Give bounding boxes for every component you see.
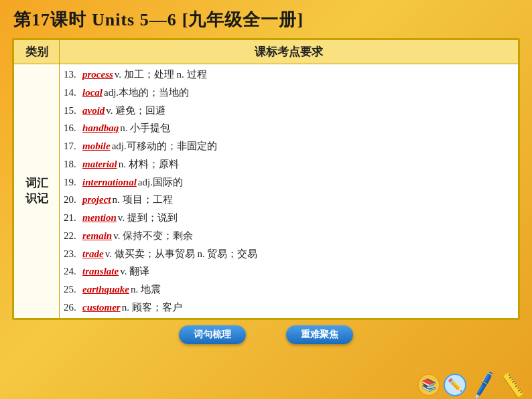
col1-header: 类别 bbox=[14, 40, 60, 64]
vocab-number: 26. bbox=[64, 299, 82, 316]
vocab-definition: v. 翻译 bbox=[120, 263, 149, 280]
deco-circle-2: ✏️ bbox=[444, 374, 466, 396]
vocab-word: mention bbox=[82, 210, 117, 226]
list-item: 16.handbagn. 小手提包 bbox=[64, 119, 514, 137]
list-item: 24.translatev. 翻译 bbox=[64, 262, 514, 281]
vocab-word: avoid bbox=[82, 102, 105, 119]
vocab-word: remain bbox=[82, 228, 112, 244]
vocab-word: project bbox=[82, 191, 111, 208]
vocab-definition: v. 做买卖；从事贸易 n. 贸易；交易 bbox=[105, 246, 258, 262]
list-item: 20.projectn. 项目；工程 bbox=[64, 191, 514, 209]
vocab-number: 19. bbox=[64, 174, 82, 191]
main-table-wrapper: 类别 课标考点要求 词汇识记13.processv. 加工；处理 n. 过程14… bbox=[12, 38, 520, 320]
vocab-word: earthquake bbox=[82, 281, 129, 298]
page-header: 第17课时 Units 5—6 [九年级全一册] bbox=[0, 0, 532, 38]
vocab-number: 13. bbox=[64, 66, 82, 83]
header-grade: [九年级全一册] bbox=[182, 8, 304, 31]
vocab-number: 24. bbox=[64, 263, 82, 280]
vocab-number: 15. bbox=[64, 102, 82, 119]
vocab-definition: adj.可移动的；非固定的 bbox=[112, 138, 217, 155]
vocab-word: material bbox=[82, 156, 117, 173]
list-item: 23.tradev. 做买卖；从事贸易 n. 贸易；交易 bbox=[64, 245, 514, 263]
list-item: 17.mobileadj.可移动的；非固定的 bbox=[64, 137, 514, 155]
header-units: Units 5—6 bbox=[92, 10, 177, 30]
deco-circle-1: 📚 bbox=[417, 374, 440, 396]
vocab-number: 23. bbox=[64, 246, 82, 262]
vocab-number: 18. bbox=[64, 156, 82, 173]
vocab-number: 17. bbox=[64, 138, 82, 155]
vocab-definition: n. 项目；工程 bbox=[113, 191, 173, 208]
vocab-word: customer bbox=[82, 299, 121, 316]
vocab-definition: n. 材料；原料 bbox=[119, 156, 179, 173]
list-item: 25.earthquaken. 地震 bbox=[64, 281, 514, 299]
vocab-content-cell: 13.processv. 加工；处理 n. 过程14.localadj.本地的；… bbox=[60, 64, 519, 319]
vocab-number: 21. bbox=[64, 210, 82, 226]
list-item: 21.mentionv. 提到；说到 bbox=[64, 209, 514, 227]
vocab-table: 类别 课标考点要求 词汇识记13.processv. 加工；处理 n. 过程14… bbox=[13, 39, 519, 319]
vocab-definition: v. 保持不变；剩余 bbox=[113, 228, 193, 244]
vocab-definition: n. 顾客；客户 bbox=[122, 299, 182, 316]
vocab-word: handbag bbox=[82, 120, 119, 137]
vocab-definition: v. 提到；说到 bbox=[118, 210, 178, 226]
vocab-definition: v. 避免；回避 bbox=[106, 102, 165, 119]
vocab-word: mobile bbox=[82, 138, 111, 155]
footer: 词句梳理 重难聚焦 bbox=[0, 320, 532, 348]
list-item: 14.localadj.本地的；当地的 bbox=[64, 84, 514, 102]
decoration-area: 📚 ✏️ 🖊️ 📏 bbox=[417, 374, 527, 396]
list-item: 26.customern. 顾客；客户 bbox=[64, 299, 514, 317]
vocab-number: 22. bbox=[64, 228, 82, 244]
vocab-word: local bbox=[82, 84, 103, 101]
vocab-word: international bbox=[82, 174, 137, 191]
key-focus-button[interactable]: 重难聚焦 bbox=[286, 325, 353, 344]
vocab-definition: adj.本地的；当地的 bbox=[104, 84, 189, 101]
vocab-word: process bbox=[82, 66, 113, 83]
vocab-review-button[interactable]: 词句梳理 bbox=[179, 325, 246, 344]
list-item: 22.remainv. 保持不变；剩余 bbox=[64, 227, 514, 245]
list-item: 19.internationaladj.国际的 bbox=[64, 173, 514, 191]
vocab-definition: v. 加工；处理 n. 过程 bbox=[115, 66, 207, 83]
pencil-icon: 🖊️ bbox=[468, 372, 499, 399]
vocab-definition: n. 地震 bbox=[131, 281, 161, 298]
ruler-icon: 📏 bbox=[498, 373, 529, 398]
category-cell: 词汇识记 bbox=[14, 64, 60, 319]
vocab-definition: adj.国际的 bbox=[138, 174, 183, 191]
list-item: 13.processv. 加工；处理 n. 过程 bbox=[64, 66, 514, 84]
vocab-number: 14. bbox=[64, 84, 82, 101]
list-item: 15.avoidv. 避免；回避 bbox=[64, 102, 514, 120]
col2-header: 课标考点要求 bbox=[60, 40, 519, 64]
list-item: 18.materialn. 材料；原料 bbox=[64, 155, 514, 173]
vocab-number: 16. bbox=[64, 120, 82, 137]
vocab-number: 20. bbox=[64, 191, 82, 208]
vocab-number: 25. bbox=[64, 281, 82, 298]
vocab-word: trade bbox=[82, 246, 104, 262]
vocab-definition: n. 小手提包 bbox=[120, 120, 170, 137]
vocab-word: translate bbox=[82, 263, 119, 280]
header-lesson: 第17课时 bbox=[13, 8, 86, 31]
